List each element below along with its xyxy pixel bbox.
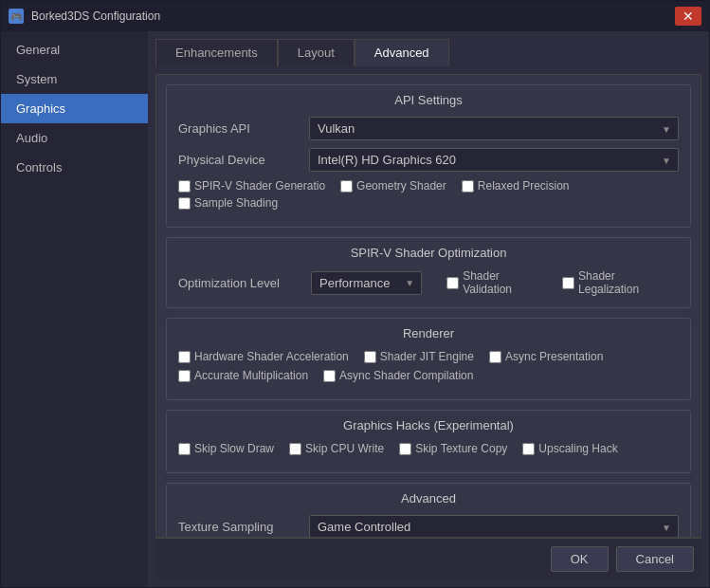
api-settings-title: API Settings <box>178 93 679 107</box>
shader-validation-checkbox[interactable] <box>446 277 459 289</box>
hacks-checkboxes-row: Skip Slow Draw Skip CPU Write Skip Textu… <box>178 442 679 455</box>
graphics-api-row: Graphics API Vulkan OpenGL ▼ <box>178 117 679 140</box>
skip-slow-draw-checkbox-item[interactable]: Skip Slow Draw <box>178 442 274 455</box>
spirv-shader-label: SPIR-V Shader Generatio <box>194 179 325 193</box>
geometry-shader-checkbox[interactable] <box>340 180 353 193</box>
upscaling-hack-checkbox[interactable] <box>522 443 535 455</box>
upscaling-hack-label: Upscaling Hack <box>538 442 617 455</box>
physical-device-select-wrap: Intel(R) HD Graphics 620 ▼ <box>309 148 679 172</box>
skip-cpu-write-label: Skip CPU Write <box>305 442 384 455</box>
tab-advanced[interactable]: Advanced <box>355 39 449 66</box>
async-presentation-checkbox-item[interactable]: Async Presentation <box>489 350 603 363</box>
shader-legalization-checkbox-item[interactable]: Shader Legalization <box>562 269 667 296</box>
sample-shading-checkbox[interactable] <box>178 197 191 210</box>
accurate-multiplication-checkbox[interactable] <box>178 370 191 382</box>
skip-cpu-write-checkbox[interactable] <box>289 443 301 455</box>
physical-device-select[interactable]: Intel(R) HD Graphics 620 <box>309 148 679 172</box>
sidebar: General System Graphics Audio Controls <box>1 31 148 587</box>
graphics-hacks-panel: Graphics Hacks (Experimental) Skip Slow … <box>166 410 691 473</box>
skip-texture-copy-checkbox[interactable] <box>399 443 411 455</box>
skip-texture-copy-label: Skip Texture Copy <box>415 442 507 455</box>
texture-sampling-row: Texture Sampling Game Controlled Nearest… <box>178 515 679 538</box>
sample-shading-checkbox-item[interactable]: Sample Shading <box>178 196 278 210</box>
texture-sampling-select-wrap: Game Controlled Nearest Neighbor Linear … <box>309 515 679 538</box>
spirv-optimization-panel: SPIR-V Shader Optimization Optimization … <box>166 237 691 308</box>
skip-slow-draw-checkbox[interactable] <box>178 443 191 455</box>
shader-validation-label: Shader Validation <box>463 269 541 296</box>
skip-texture-copy-checkbox-item[interactable]: Skip Texture Copy <box>399 442 507 455</box>
accurate-multiplication-checkbox-item[interactable]: Accurate Multiplication <box>178 369 308 382</box>
sample-shading-label: Sample Shading <box>194 196 278 210</box>
shader-legalization-checkbox[interactable] <box>562 277 574 289</box>
api-checkboxes-row: SPIR-V Shader Generatio Geometry Shader … <box>178 179 679 210</box>
upscaling-hack-checkbox-item[interactable]: Upscaling Hack <box>522 442 617 455</box>
content-area: Enhancements Layout Advanced API Setting… <box>148 31 709 587</box>
close-button[interactable]: ✕ <box>675 7 701 26</box>
api-settings-panel: API Settings Graphics API Vulkan OpenGL … <box>166 84 691 228</box>
graphics-api-select[interactable]: Vulkan OpenGL <box>309 117 679 140</box>
renderer-panel: Renderer Hardware Shader Acceleration Sh… <box>166 318 691 400</box>
hardware-shader-checkbox[interactable] <box>178 351 191 363</box>
async-shader-checkbox[interactable] <box>323 370 336 382</box>
titlebar: 🎮 Borked3DS Configuration ✕ <box>1 1 709 31</box>
accurate-multiplication-label: Accurate Multiplication <box>194 369 308 382</box>
panels-area: API Settings Graphics API Vulkan OpenGL … <box>155 74 701 538</box>
optimization-row: Optimization Level Performance None Size… <box>178 269 679 296</box>
graphics-api-label: Graphics API <box>178 121 301 136</box>
tab-layout[interactable]: Layout <box>278 39 355 66</box>
async-shader-label: Async Shader Compilation <box>339 369 473 382</box>
spirv-optimization-title: SPIR-V Shader Optimization <box>178 246 679 260</box>
geometry-shader-label: Geometry Shader <box>356 179 446 193</box>
sidebar-item-general[interactable]: General <box>1 35 148 64</box>
opt-level-label: Optimization Level <box>178 276 301 290</box>
hardware-shader-label: Hardware Shader Acceleration <box>194 350 349 363</box>
graphics-hacks-title: Graphics Hacks (Experimental) <box>178 418 679 432</box>
shader-jit-checkbox-item[interactable]: Shader JIT Engine <box>364 350 474 363</box>
spirv-shader-checkbox-item[interactable]: SPIR-V Shader Generatio <box>178 179 325 193</box>
physical-device-row: Physical Device Intel(R) HD Graphics 620… <box>178 148 679 172</box>
advanced-section-title: Advanced <box>178 491 679 505</box>
shader-jit-checkbox[interactable] <box>364 351 376 363</box>
window-title: Borked3DS Configuration <box>31 9 667 23</box>
tab-bar: Enhancements Layout Advanced <box>155 39 701 66</box>
advanced-panel: Advanced Texture Sampling Game Controlle… <box>166 483 691 538</box>
texture-sampling-select[interactable]: Game Controlled Nearest Neighbor Linear <box>309 515 679 538</box>
skip-cpu-write-checkbox-item[interactable]: Skip CPU Write <box>289 442 384 455</box>
renderer-title: Renderer <box>178 326 679 340</box>
renderer-checkboxes-row2: Accurate Multiplication Async Shader Com… <box>178 369 679 382</box>
cancel-button[interactable]: Cancel <box>616 546 694 572</box>
relaxed-precision-checkbox-item[interactable]: Relaxed Precision <box>462 179 570 193</box>
async-presentation-label: Async Presentation <box>505 350 603 363</box>
texture-sampling-label: Texture Sampling <box>178 520 301 534</box>
async-presentation-checkbox[interactable] <box>489 351 501 363</box>
shader-jit-label: Shader JIT Engine <box>380 350 474 363</box>
spirv-shader-checkbox[interactable] <box>178 180 191 193</box>
tab-enhancements[interactable]: Enhancements <box>155 39 278 66</box>
async-shader-checkbox-item[interactable]: Async Shader Compilation <box>323 369 473 382</box>
hardware-shader-checkbox-item[interactable]: Hardware Shader Acceleration <box>178 350 349 363</box>
shader-validation-checkbox-item[interactable]: Shader Validation <box>446 269 541 296</box>
skip-slow-draw-label: Skip Slow Draw <box>194 442 274 455</box>
app-icon: 🎮 <box>9 9 24 24</box>
opt-level-select-wrap: Performance None Size ▼ <box>311 271 422 295</box>
ok-button[interactable]: OK <box>551 546 609 572</box>
sidebar-item-system[interactable]: System <box>1 64 148 94</box>
relaxed-precision-checkbox[interactable] <box>462 180 474 193</box>
renderer-checkboxes-row1: Hardware Shader Acceleration Shader JIT … <box>178 350 679 363</box>
opt-level-select[interactable]: Performance None Size <box>311 271 422 295</box>
main-content: General System Graphics Audio Controls E… <box>1 31 709 587</box>
main-window: 🎮 Borked3DS Configuration ✕ General Syst… <box>0 0 710 588</box>
geometry-shader-checkbox-item[interactable]: Geometry Shader <box>340 179 446 193</box>
sidebar-item-graphics[interactable]: Graphics <box>1 94 148 123</box>
physical-device-label: Physical Device <box>178 153 301 167</box>
bottom-bar: OK Cancel <box>155 538 701 579</box>
sidebar-item-controls[interactable]: Controls <box>1 153 148 182</box>
shader-legalization-label: Shader Legalization <box>578 269 667 296</box>
graphics-api-select-wrap: Vulkan OpenGL ▼ <box>309 117 679 140</box>
sidebar-item-audio[interactable]: Audio <box>1 123 148 153</box>
relaxed-precision-label: Relaxed Precision <box>478 179 570 193</box>
